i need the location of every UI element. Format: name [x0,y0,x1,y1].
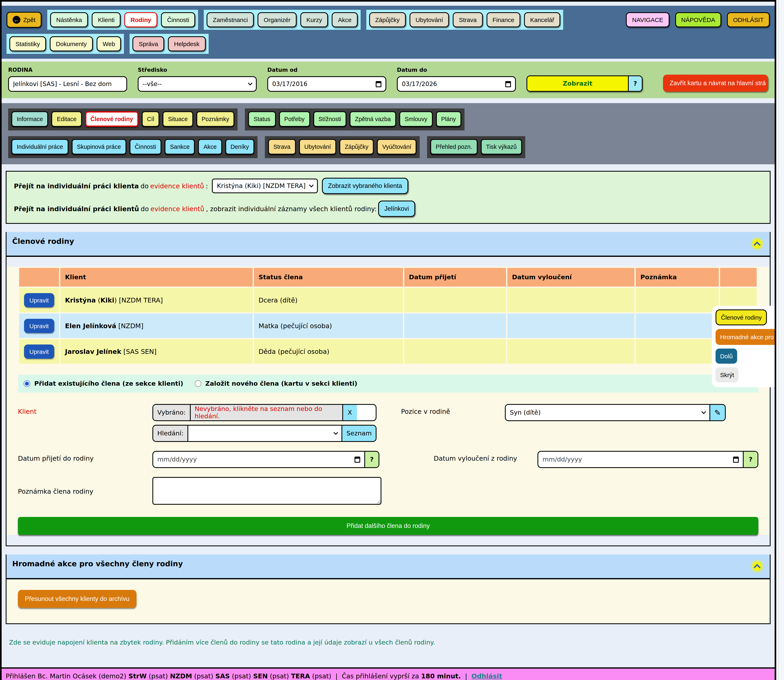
tab-prehled-pozn[interactable]: Přehled pozn. [430,139,478,154]
calendar-icon[interactable] [733,456,739,463]
tab-informace[interactable]: Informace [11,111,48,127]
nav-zapujcky[interactable]: Zápůjčky [369,12,405,27]
family-button[interactable]: Jelínkovi [379,201,415,217]
stredisko-select[interactable]: --vše-- [138,76,257,92]
nav-strava[interactable]: Strava [453,12,483,27]
calendar-icon[interactable] [505,81,511,87]
evidence-klientu-link[interactable]: evidence klientů [150,182,204,190]
tab-cinnosti[interactable]: Činnosti [129,139,161,154]
vylouceni-date-input[interactable]: mm/dd/yyyy [539,452,743,467]
vylouceni-label: Datum vyloučení z rodiny [434,451,538,462]
nav-nastenka[interactable]: Nástěnka [50,12,88,27]
nav-sprava[interactable]: Správa [133,36,164,51]
tab-individualni-prace[interactable]: Individuální práce [11,139,68,154]
table-header-actions [19,268,59,286]
zobrazit-help-button[interactable]: ? [628,76,642,91]
edit-pozice-button[interactable]: ✎ [709,405,725,420]
member-prijeti-cell [404,288,506,312]
tab-poznamky[interactable]: Poznámky [196,111,234,127]
radio-existing-member[interactable] [24,380,30,387]
tab-tisk-vykazu[interactable]: Tisk výkazů [481,139,522,154]
nav-organizer[interactable]: Organizér [258,12,297,27]
tab-zpetna-vazba[interactable]: Zpětná vazba [350,111,396,127]
client-select[interactable]: Kristýna (Kiki) [NZDM TERA] [212,179,318,193]
tab-ubytovani[interactable]: Ubytování [299,139,336,154]
pozice-select[interactable]: Syn (dítě) [506,405,709,420]
add-mode-radio-bar: Přidat existujícího člena (ze sekce klie… [18,375,758,393]
tab-plany[interactable]: Plány [436,111,461,127]
edit-member-button[interactable]: Upravit [24,319,54,333]
nav-helpdesk[interactable]: Helpdesk [168,36,206,51]
tab-editace[interactable]: Editace [52,111,82,127]
prijeti-help-button[interactable]: ? [364,452,379,467]
seznam-button[interactable]: Seznam [341,426,376,441]
nav-rodiny-active[interactable]: Rodiny [124,12,157,27]
poznamka-textarea[interactable] [152,477,382,505]
nav-web[interactable]: Web [97,36,121,51]
tab-akce[interactable]: Akce [198,139,222,154]
quicknav-skryt-button[interactable]: Skrýt [716,367,738,382]
edit-member-button[interactable]: Upravit [24,293,54,307]
nav-navigace[interactable]: NAVIGACE [626,12,669,27]
nav-statistiky[interactable]: Statistiky [9,36,46,51]
quicknav-dolu-button[interactable]: Dolů [716,349,737,364]
vylouceni-help-button[interactable]: ? [743,452,757,467]
evidence-klientu-link[interactable]: evidence klientů [150,205,204,212]
nav-napoveda[interactable]: NÁPOVĚDA [675,12,721,27]
quicknav-clenove-rodiny-button[interactable]: Členové rodiny [716,309,767,325]
scrollbar-track[interactable] [778,0,784,680]
nav-kurzy[interactable]: Kurzy [300,12,328,27]
tab-clenove-rodiny-active[interactable]: Členové rodiny [85,111,138,127]
datum-do-input[interactable]: 03/17/2026 [397,76,516,92]
odhlasit-link[interactable]: Odhlásit [471,672,502,680]
tab-situace[interactable]: Situace [163,111,193,127]
nav-kancelar[interactable]: Kancelář [524,12,560,27]
show-selected-client-button[interactable]: Zobrazit vybraného klienta [322,178,408,194]
nav-odhlasit[interactable]: ODHLÁSIT [727,12,770,27]
quicknav-hromadne-akce-button[interactable]: Hromadné akce pro [716,329,776,345]
nav-zamestnanci[interactable]: Zaměstnanci [207,12,254,27]
tab-potreby[interactable]: Potřeby [279,111,310,127]
hledani-select[interactable] [188,426,341,441]
nav-akce[interactable]: Akce [332,12,358,27]
rodina-input[interactable]: Jelínkovi [SAS] - Lesní - Bez dom [8,76,127,92]
nav-dokumenty[interactable]: Dokumenty [50,36,93,51]
chevron-down-icon [333,430,338,435]
datum-od-input[interactable]: 03/17/2016 [267,76,386,92]
tab-smlouvy[interactable]: Smlouvy [399,111,432,127]
tab-cil[interactable]: Cíl [141,111,159,127]
tab-zapujcky[interactable]: Zápůjčky [339,139,374,154]
radio-new-member[interactable] [195,380,201,387]
tab-stiznosti[interactable]: Stížnosti [313,111,346,127]
nav-group-tools: Statistiky Dokumenty Web [6,34,124,54]
tab-status[interactable]: Status [248,111,276,127]
archive-all-clients-button[interactable]: Přesunout všechny klienty do archívu [18,590,137,608]
nav-ubytovani[interactable]: Ubytování [410,12,449,27]
calendar-icon[interactable] [376,81,382,87]
tab-skupinova-prace[interactable]: Skupinová práce [72,139,126,154]
tab-strip: Informace Editace Členové rodiny Cíl Sit… [2,103,775,164]
table-header-status: Status člena [254,268,403,286]
edit-member-button[interactable]: Upravit [24,344,54,359]
zobrazit-button[interactable]: Zobrazit [527,76,628,91]
nav-klienti[interactable]: Klienti [92,12,121,27]
radio-new-label[interactable]: Založit nového člena (kartu v sekci klie… [205,380,357,387]
tab-sankce[interactable]: Sankce [165,139,195,154]
clear-selection-button[interactable]: X [342,405,357,420]
add-member-submit-button[interactable]: Přidat dalšího člena do rodiny [18,517,758,535]
tab-strava[interactable]: Strava [268,139,296,154]
collapse-section-icon[interactable] [750,237,764,251]
collapse-section-icon[interactable] [750,559,764,573]
tab-deniky[interactable]: Deníky [225,139,254,154]
close-card-button[interactable]: Zavřít kartu a návrat na hlavní strá [663,75,768,92]
tab-group-card: Informace Editace Členové rodiny Cíl Sit… [8,109,238,131]
tab-vyuctovani[interactable]: Vyúčtování [377,139,416,154]
prijeti-date-input[interactable]: mm/dd/yyyy [153,452,364,467]
radio-existing-label[interactable]: Přidat existujícího člena (ze sekce klie… [34,380,183,387]
nav-cinnosti[interactable]: Činnosti [161,12,195,27]
members-section-body: Klient Status člena Datum přijetí Datum … [6,267,770,535]
calendar-icon[interactable] [354,456,360,463]
nav-finance[interactable]: Finance [486,12,520,27]
back-button[interactable]: ← Zpět [6,12,42,28]
vybrano-value[interactable]: Nevybráno, klikněte na seznam nebo do hl… [190,405,342,420]
